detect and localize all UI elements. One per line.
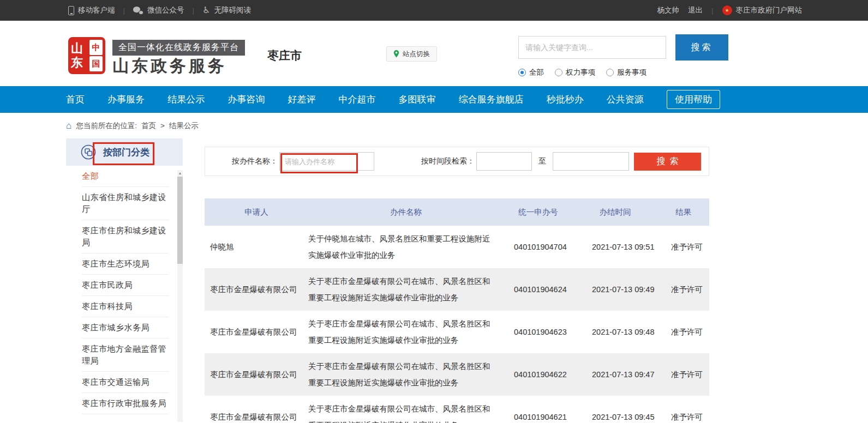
nav-public-resources[interactable]: 公共资源 bbox=[607, 93, 644, 106]
seal-right-text: 中 国 bbox=[89, 40, 103, 71]
nav-intermediary[interactable]: 中介超市 bbox=[338, 93, 375, 106]
department-list: 全部 山东省住房和城乡建设厅 枣庄市住房和城乡建设局 枣庄市生态环境局 枣庄市民… bbox=[66, 166, 183, 414]
nav-consult[interactable]: 办事咨询 bbox=[228, 93, 265, 106]
results-table: 申请人 办件名称 统一申办号 办结时间 结果 仲晓旭 关于仲晓旭在城市、风景名胜… bbox=[205, 198, 709, 423]
cell-title: 关于枣庄市金星爆破有限公司在城市、风景名胜区和重要工程设施附近实施爆破作业审批的… bbox=[308, 358, 504, 391]
seal-left-text: 山东 bbox=[71, 40, 88, 71]
accessibility-label: 无障碍阅读 bbox=[214, 5, 251, 15]
site-switch-button[interactable]: 站点切换 bbox=[386, 46, 437, 62]
nav-home[interactable]: 首页 bbox=[66, 93, 85, 106]
username-link[interactable]: 杨文帅 bbox=[657, 5, 679, 15]
radio-power-items[interactable]: 权力事项 bbox=[555, 68, 595, 77]
gov-portal-link[interactable]: ★ 枣庄市政府门户网站 bbox=[722, 5, 803, 15]
col-time: 办结时间 bbox=[573, 207, 657, 217]
cell-applicant: 仲晓旭 bbox=[205, 242, 308, 252]
radio-selected-icon bbox=[518, 69, 526, 76]
filter-bar: 按办件名称： 按时间段检索： 至 搜索 bbox=[205, 147, 709, 176]
wechat-label: 微信公众号 bbox=[147, 5, 184, 15]
mobile-phone-icon bbox=[68, 6, 74, 15]
main-navigation: 首页 办事服务 结果公示 办事咨询 好差评 中介超市 多图联审 综合服务旗舰店 … bbox=[0, 86, 868, 113]
wechat-account-link[interactable]: 微信公众号 bbox=[133, 5, 184, 15]
nav-help[interactable]: 使用帮助 bbox=[667, 90, 720, 109]
time-from-input[interactable] bbox=[476, 152, 532, 171]
col-applicant: 申请人 bbox=[205, 207, 308, 217]
main-content: 按部门分类 全部 山东省住房和城乡建设厅 枣庄市住房和城乡建设局 枣庄市生态环境… bbox=[66, 138, 720, 423]
cell-title: 关于枣庄市金星爆破有限公司在城市、风景名胜区和重要工程设施附近实施爆破作业审批的… bbox=[308, 401, 504, 423]
sidebar-item[interactable]: 山东省住房和城乡建设厅 bbox=[82, 187, 169, 220]
table-row: 枣庄市金星爆破有限公司 关于枣庄市金星爆破有限公司在城市、风景名胜区和重要工程设… bbox=[205, 396, 709, 423]
sidebar-scrollbar[interactable]: ▲ bbox=[177, 170, 183, 422]
sidebar-item[interactable]: 枣庄市民政局 bbox=[82, 275, 169, 296]
cell-serial: 040101904623 bbox=[504, 328, 573, 336]
sidebar-item[interactable]: 枣庄市科技局 bbox=[82, 296, 169, 317]
topbar-right-links: 杨文帅 退出 | ★ 枣庄市政府门户网站 bbox=[657, 0, 802, 21]
divider: | bbox=[193, 7, 195, 15]
sidebar-title: 按部门分类 bbox=[103, 146, 149, 159]
cell-title: 关于仲晓旭在城市、风景名胜区和重要工程设施附近实施爆破作业审批的业务 bbox=[308, 231, 504, 263]
time-range-label: 按时间段检索： bbox=[421, 156, 475, 166]
nav-instant-approval[interactable]: 秒批秒办 bbox=[547, 93, 584, 106]
sidebar-item[interactable]: 枣庄市交通运输局 bbox=[82, 372, 169, 393]
cell-result: 准予许可 bbox=[657, 327, 709, 337]
table-header-row: 申请人 办件名称 统一申办号 办结时间 结果 bbox=[205, 198, 709, 226]
category-icon bbox=[81, 144, 96, 160]
nav-services[interactable]: 办事服务 bbox=[107, 93, 145, 106]
shandong-seal-logo[interactable]: 山东 中 国 bbox=[68, 37, 105, 74]
site-header: 山东 中 国 全国一体化在线政务服务平台 山东政务服务 枣庄市 站点切换 搜索 … bbox=[0, 21, 868, 86]
location-pin-icon bbox=[393, 50, 399, 58]
wheelchair-icon: ♿ bbox=[202, 6, 210, 15]
cell-result: 准予许可 bbox=[657, 285, 709, 295]
radio-unselected-icon bbox=[606, 69, 614, 76]
sidebar-item[interactable]: 枣庄市地方金融监督管理局 bbox=[82, 339, 169, 372]
sidebar-header: 按部门分类 bbox=[66, 138, 183, 166]
breadcrumb-current: 结果公示 bbox=[169, 121, 199, 131]
platform-badge: 全国一体化在线政务服务平台 bbox=[112, 40, 245, 56]
cell-serial: 040101904621 bbox=[504, 413, 573, 421]
breadcrumb-home-link[interactable]: 首页 bbox=[141, 121, 156, 131]
wechat-icon bbox=[133, 7, 143, 15]
sidebar-item-all[interactable]: 全部 bbox=[82, 166, 169, 187]
sidebar-item[interactable]: 枣庄市行政审批服务局 bbox=[82, 393, 169, 414]
site-title: 山东政务服务 bbox=[112, 55, 227, 77]
col-title: 办件名称 bbox=[308, 207, 504, 217]
item-name-input[interactable] bbox=[279, 152, 374, 171]
radio-unselected-icon bbox=[555, 69, 562, 76]
mobile-client-link[interactable]: 移动客户端 bbox=[68, 5, 115, 15]
cell-serial: 040101904704 bbox=[504, 243, 573, 251]
breadcrumb-prefix: 您当前所在的位置: bbox=[76, 121, 137, 131]
nav-results[interactable]: 结果公示 bbox=[167, 93, 205, 106]
gov-portal-label: 枣庄市政府门户网站 bbox=[736, 5, 803, 15]
header-search-button[interactable]: 搜索 bbox=[675, 34, 728, 61]
national-emblem-icon: ★ bbox=[722, 5, 732, 15]
cell-title: 关于枣庄市金星爆破有限公司在城市、风景名胜区和重要工程设施附近实施爆破作业审批的… bbox=[308, 316, 504, 348]
scrollbar-up-arrow[interactable]: ▲ bbox=[177, 170, 183, 176]
nav-rating[interactable]: 好差评 bbox=[288, 93, 315, 106]
col-result: 结果 bbox=[657, 207, 709, 217]
breadcrumb: ⌂ 您当前所在的位置: 首页 > 结果公示 bbox=[66, 113, 868, 138]
filter-search-button[interactable]: 搜索 bbox=[634, 153, 701, 171]
cell-title: 关于枣庄市金星爆破有限公司在城市、风景名胜区和重要工程设施附近实施爆破作业审批的… bbox=[308, 273, 504, 306]
sidebar-item[interactable]: 枣庄市生态环境局 bbox=[82, 253, 169, 275]
table-row: 枣庄市金星爆破有限公司 关于枣庄市金星爆破有限公司在城市、风景名胜区和重要工程设… bbox=[205, 353, 709, 396]
divider: | bbox=[123, 7, 125, 15]
logout-link[interactable]: 退出 bbox=[688, 5, 703, 15]
keyword-search-input[interactable] bbox=[518, 36, 666, 59]
accessibility-link[interactable]: ♿ 无障碍阅读 bbox=[202, 5, 251, 15]
cell-result: 准予许可 bbox=[657, 370, 709, 380]
cell-applicant: 枣庄市金星爆破有限公司 bbox=[205, 412, 308, 422]
nav-joint-review[interactable]: 多图联审 bbox=[399, 93, 436, 106]
cell-serial: 040101904622 bbox=[504, 370, 573, 379]
radio-all[interactable]: 全部 bbox=[518, 68, 544, 77]
sidebar-item[interactable]: 枣庄市住房和城乡建设局 bbox=[82, 220, 169, 253]
item-name-label: 按办件名称： bbox=[232, 156, 278, 166]
cell-time: 2021-07-13 09:47 bbox=[573, 370, 657, 379]
sidebar-item[interactable]: 枣庄市城乡水务局 bbox=[82, 317, 169, 339]
time-to-input[interactable] bbox=[553, 152, 629, 171]
cell-result: 准予许可 bbox=[657, 412, 709, 422]
table-row: 枣庄市金星爆破有限公司 关于枣庄市金星爆破有限公司在城市、风景名胜区和重要工程设… bbox=[205, 311, 709, 353]
scrollbar-thumb[interactable] bbox=[177, 177, 183, 264]
radio-service-items[interactable]: 服务事项 bbox=[606, 68, 646, 77]
nav-flagship-store[interactable]: 综合服务旗舰店 bbox=[459, 93, 524, 106]
cell-time: 2021-07-13 09:51 bbox=[573, 243, 657, 251]
breadcrumb-separator: > bbox=[160, 122, 165, 130]
